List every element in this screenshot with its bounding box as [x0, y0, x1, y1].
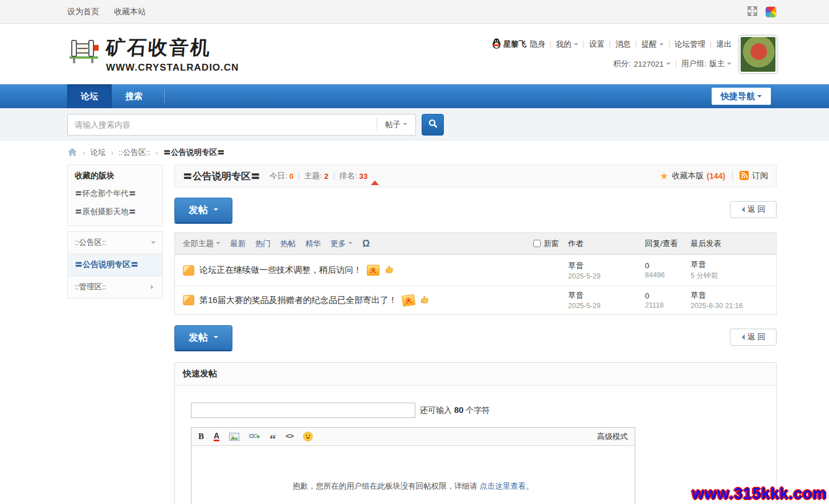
column-replies-views: 回复/查看	[645, 239, 691, 249]
rank-up-icon	[371, 172, 379, 181]
code-icon[interactable]: <>	[285, 432, 293, 441]
site-logo[interactable]: 矿石收音机 WWW.CRYSTALRADIO.CN	[67, 35, 239, 73]
folder-icon	[183, 295, 194, 305]
messages-link[interactable]: 消息	[615, 39, 631, 50]
filter-newest[interactable]: 最新	[230, 239, 246, 249]
search-button[interactable]	[422, 114, 444, 136]
sidebar-section-announce[interactable]: ::公告区::	[68, 232, 162, 253]
qq-penguin-icon[interactable]	[492, 38, 501, 51]
filter-more[interactable]: 更多	[330, 239, 346, 249]
breadcrumb-separator: ›	[83, 148, 85, 157]
theme-palette-icon[interactable]	[765, 6, 777, 18]
search-strip: 帖子	[0, 108, 829, 141]
today-count: 0	[289, 172, 294, 181]
quick-nav-button[interactable]: 快捷导航	[712, 88, 771, 105]
refresh-icon[interactable]: Ω	[362, 239, 370, 249]
favorite-count[interactable]: (144)	[707, 171, 725, 181]
main-navbar: 论坛 搜索 快捷导航	[0, 84, 829, 108]
filter-digest[interactable]: 精华	[305, 239, 321, 249]
my-menu[interactable]: 我的	[556, 39, 571, 50]
smiley-icon[interactable]	[303, 432, 313, 441]
set-homepage-link[interactable]: 设为首页	[67, 7, 99, 16]
notices-link[interactable]: 提醒	[642, 39, 657, 50]
breadcrumb-current-board[interactable]: 〓公告说明专区〓	[164, 147, 225, 158]
editor-area[interactable]: 抱歉，您所在的用户组在此板块没有回帖权限，详细请 点击这里查看。	[191, 446, 635, 504]
home-icon[interactable]	[67, 147, 77, 158]
search-icon	[428, 118, 438, 130]
bookmark-site-link[interactable]: 收藏本站	[114, 7, 146, 16]
table-row: 第16届大赛的奖品及捐赠者的纪念品已全部寄出了！ 火 草音 2025-5-29 …	[175, 285, 776, 314]
chevron-down-icon	[216, 242, 220, 247]
credits-value[interactable]: 2127021	[634, 60, 664, 68]
advanced-mode-link[interactable]: 高级模式	[597, 432, 628, 442]
settings-link[interactable]: 设置	[589, 39, 605, 50]
search-input[interactable]	[68, 115, 377, 134]
usergroup-value[interactable]: 版主	[709, 59, 725, 69]
sidebar-item-current-board[interactable]: 〓公告说明专区〓	[68, 253, 162, 276]
board-title: 〓公告说明专区〓	[183, 170, 260, 183]
thread-title-link[interactable]: 论坛正在继续做一些技术调整，稍后访问！	[199, 265, 362, 276]
filter-all-topics[interactable]: 全部主题	[183, 239, 214, 249]
new-window-checkbox[interactable]	[533, 240, 541, 247]
sidebar-item-fav-board-2[interactable]: 〓原创摄影天地〓	[68, 203, 162, 221]
star-icon: ★	[660, 170, 668, 182]
last-post-author[interactable]: 草音	[691, 260, 706, 269]
thread-author[interactable]: 草音	[568, 261, 583, 270]
new-post-button[interactable]: 发帖	[174, 198, 232, 222]
last-post-time: 2025-8-30 21:16	[691, 302, 776, 310]
thread-title-link[interactable]: 第16届大赛的奖品及捐赠者的纪念品已全部寄出了！	[199, 295, 397, 306]
chevron-down-icon	[659, 43, 664, 48]
username-link[interactable]: 星黎飞	[504, 39, 527, 50]
thumbs-up-icon	[385, 265, 394, 276]
thread-author[interactable]: 草音	[568, 291, 583, 300]
post-subject-input[interactable]	[191, 403, 415, 418]
filter-hot[interactable]: 热门	[255, 239, 271, 249]
topics-label: 主题:	[304, 171, 322, 181]
chevron-right-icon	[151, 285, 156, 289]
last-post-author[interactable]: 草音	[691, 291, 706, 300]
chars-remaining-count: 80	[454, 405, 464, 415]
last-post-time: 5 分钟前	[691, 271, 776, 281]
rank-label: 排名:	[340, 171, 357, 181]
chars-remaining-suffix: 个字符	[465, 405, 489, 415]
tab-forum[interactable]: 论坛	[67, 84, 112, 108]
favorite-boards-header: 收藏的版块	[68, 165, 162, 185]
nav-divider	[164, 89, 165, 103]
thread-date: 2025-5-29	[568, 272, 645, 280]
click-here-link[interactable]: 点击这里查看	[480, 482, 526, 490]
new-post-button[interactable]: 发帖	[174, 325, 232, 350]
fullscreen-icon[interactable]	[748, 6, 757, 18]
chevron-down-icon	[727, 63, 732, 67]
post-editor: B A	[191, 427, 635, 504]
breadcrumb-announce-zone[interactable]: ::公告区::	[119, 147, 150, 158]
subscribe-link[interactable]: 订阅	[752, 171, 768, 181]
search-scope-dropdown[interactable]: 帖子	[377, 118, 415, 132]
table-row: 论坛正在继续做一些技术调整，稍后访问！ 火 草音 2025-5-29 0	[175, 255, 776, 285]
quote-icon[interactable]: “	[269, 436, 276, 442]
tab-search[interactable]: 搜索	[112, 84, 156, 108]
invisible-status-link[interactable]: 隐身	[530, 39, 545, 50]
breadcrumb-forum[interactable]: 论坛	[91, 147, 106, 158]
usergroup-label: 用户组:	[681, 59, 707, 69]
new-window-label[interactable]: 新窗	[544, 239, 559, 249]
sidebar-section-admin[interactable]: ::管理区::	[68, 276, 162, 298]
back-button[interactable]: 返 回	[730, 201, 777, 218]
forum-admin-link[interactable]: 论坛管理	[675, 39, 705, 50]
chevron-down-icon	[666, 63, 671, 67]
insert-link-icon[interactable]	[249, 432, 260, 441]
logout-link[interactable]: 退出	[716, 39, 732, 50]
back-button[interactable]: 返 回	[730, 329, 777, 346]
sidebar-item-fav-board-1[interactable]: 〓怀念那个年代〓	[68, 185, 162, 203]
insert-image-icon[interactable]	[229, 433, 239, 441]
site-url: WWW.CRYSTALRADIO.CN	[106, 62, 239, 73]
notice-period: 。	[526, 482, 534, 490]
favorite-board-link[interactable]: 收藏本版	[672, 171, 704, 181]
arrow-left-icon	[739, 207, 745, 212]
topbar: 设为首页 收藏本站	[0, 0, 829, 24]
bold-icon[interactable]: B	[198, 432, 204, 441]
filter-hot-posts[interactable]: 热帖	[280, 239, 296, 249]
quick-post-title: 快速发帖	[175, 363, 776, 386]
font-color-icon[interactable]: A	[214, 432, 219, 441]
avatar[interactable]	[740, 36, 777, 73]
user-panel: 星黎飞 隐身 我的 设置 消息 提醒 论坛管理 退出 积分: 2127021 用…	[492, 37, 740, 71]
